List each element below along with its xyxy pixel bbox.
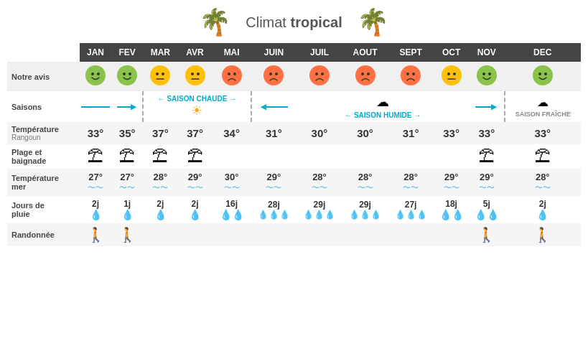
temperature-row: Température Rangoun 33° 35° 37° 37° 34° … [7, 122, 581, 144]
avis-jan [80, 62, 111, 91]
mer-fev: 27° 〜〜 [111, 169, 143, 196]
rando-mai [213, 223, 251, 246]
rando-juil [297, 223, 342, 246]
mer-dec: 28° 〜〜 [505, 169, 582, 196]
saison-humide-label: SAISON HUMIDE [354, 111, 412, 119]
svg-point-23 [355, 65, 375, 85]
svg-point-36 [533, 65, 553, 85]
empty-header [7, 43, 80, 62]
notre-avis-row: Notre avis [7, 62, 581, 91]
month-nov: NOV [469, 43, 504, 62]
pluie-juin: 28j 💧💧💧 [251, 196, 297, 223]
month-juin: JUIN [251, 43, 297, 62]
rando-sept [388, 223, 434, 246]
svg-point-1 [91, 73, 94, 75]
avis-mai [213, 62, 251, 91]
temp-sept: 31° [388, 122, 434, 144]
svg-point-26 [401, 65, 421, 85]
saison-juin-arrow: ◀ [251, 91, 297, 122]
pluie-row: Jours depluie 2j 💧 1j 💧 2j 💧 2j 💧 16j � [7, 196, 581, 223]
plage-nov: ⛱ [469, 144, 504, 169]
pluie-dec: 2j 💧 [505, 196, 582, 223]
month-aout: AOUT [342, 43, 388, 62]
temp-jan: 33° [80, 122, 111, 144]
rando-label: Randonnée [7, 223, 80, 246]
saison-jan [80, 91, 111, 122]
pluie-label: Jours depluie [7, 196, 80, 223]
saison-chaude-label: SAISON CHAUDE [167, 95, 227, 103]
svg-point-22 [321, 73, 324, 75]
avis-juin [251, 62, 297, 91]
svg-point-20 [309, 65, 330, 85]
svg-point-7 [156, 73, 159, 75]
title-area: 🌴 Climat tropical 🌴 [7, 7, 581, 37]
avis-mar [143, 62, 177, 91]
mer-nov: 29° 〜〜 [469, 169, 504, 196]
pluie-fev: 1j 💧 [111, 196, 143, 223]
svg-point-25 [367, 73, 370, 75]
temp-oct: 33° [434, 122, 469, 144]
svg-point-16 [233, 73, 236, 75]
saison-fraiche-label: SAISON FRAÎCHE [515, 111, 571, 118]
temp-nov: 33° [469, 122, 504, 144]
svg-point-15 [228, 73, 230, 75]
plage-mai [213, 144, 251, 169]
svg-point-38 [544, 73, 547, 75]
rando-oct [434, 223, 469, 246]
avis-juil [297, 62, 342, 91]
month-sept: SEPT [388, 43, 434, 62]
plage-sept [388, 144, 434, 169]
avis-nov [469, 62, 504, 91]
month-oct: OCT [434, 43, 469, 62]
saison-fev: ▶ [111, 91, 143, 122]
rando-nov: 🚶 [469, 223, 504, 246]
svg-point-14 [222, 65, 242, 85]
mer-mar: 28° 〜〜 [143, 169, 177, 196]
plage-avr: ⛱ [177, 144, 212, 169]
temp-mai: 34° [213, 122, 251, 144]
svg-point-6 [150, 65, 170, 85]
svg-point-5 [129, 73, 131, 75]
mer-row: Températuremer 27° 〜〜 27° 〜〜 28° 〜〜 29° … [7, 169, 581, 196]
month-mai: MAI [213, 43, 251, 62]
svg-point-30 [447, 73, 450, 75]
month-mar: MAR [143, 43, 177, 62]
svg-point-11 [191, 73, 194, 75]
temperature-label: Température Rangoun [7, 122, 80, 144]
svg-point-10 [185, 65, 205, 85]
saison-fraiche: ☁ SAISON FRAÎCHE [505, 91, 582, 122]
temp-avr: 37° [177, 122, 212, 144]
month-jan: JAN [80, 43, 111, 62]
avis-avr [177, 62, 212, 91]
svg-point-3 [117, 65, 137, 85]
plage-juil [297, 144, 342, 169]
svg-point-21 [315, 73, 318, 75]
mer-mai: 30° 〜〜 [213, 169, 251, 196]
pluie-avr: 2j 💧 [177, 196, 212, 223]
plage-oct [434, 144, 469, 169]
plage-row: Plage etbaignade ⛱ ⛱ ⛱ ⛱ ⛱ ⛱ [7, 144, 581, 169]
mer-juil: 28° 〜〜 [297, 169, 342, 196]
saison-humide: ☁ ← SAISON HUMIDE → [297, 91, 469, 122]
svg-point-18 [269, 73, 272, 75]
palm-left-icon: 🌴 [199, 7, 231, 37]
month-fev: FEV [111, 43, 143, 62]
avis-dec [505, 62, 582, 91]
svg-point-29 [442, 65, 462, 85]
mer-oct: 29° 〜〜 [434, 169, 469, 196]
plage-dec: ⛱ [505, 144, 582, 169]
plage-juin [251, 144, 297, 169]
saison-oct-arrow: ▶ [469, 91, 504, 122]
avis-aout [342, 62, 388, 91]
pluie-oct: 18j 💧💧 [434, 196, 469, 223]
mer-label: Températuremer [7, 169, 80, 196]
temp-mar: 37° [143, 122, 177, 144]
rando-fev: 🚶 [111, 223, 143, 246]
svg-point-34 [482, 73, 485, 75]
svg-point-17 [263, 65, 284, 85]
mer-sept: 28° 〜〜 [388, 169, 434, 196]
avis-oct [434, 62, 469, 91]
notre-avis-label: Notre avis [7, 62, 80, 91]
temp-aout: 30° [342, 122, 388, 144]
temp-fev: 35° [111, 122, 143, 144]
